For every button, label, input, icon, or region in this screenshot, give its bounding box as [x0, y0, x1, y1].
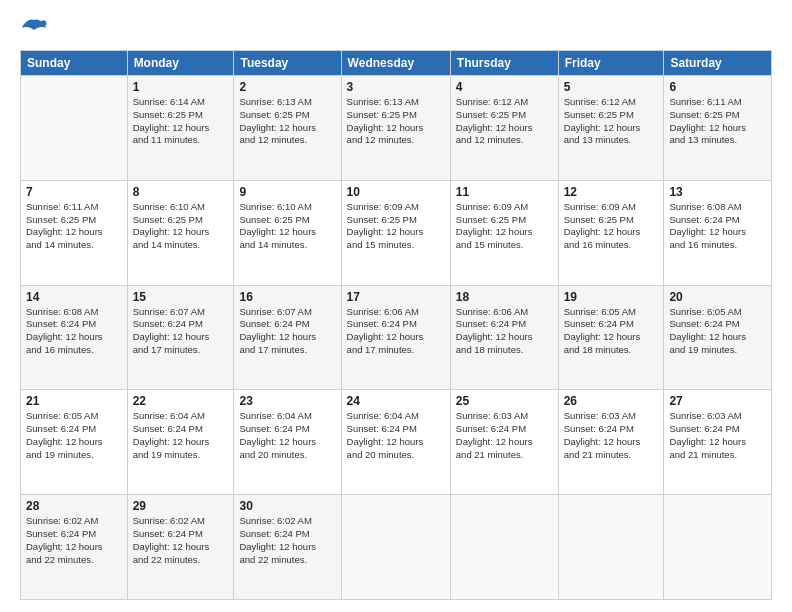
calendar-cell: [558, 495, 664, 600]
calendar-cell: 8Sunrise: 6:10 AM Sunset: 6:25 PM Daylig…: [127, 180, 234, 285]
calendar-cell: 10Sunrise: 6:09 AM Sunset: 6:25 PM Dayli…: [341, 180, 450, 285]
weekday-header-monday: Monday: [127, 51, 234, 76]
day-info: Sunrise: 6:05 AM Sunset: 6:24 PM Dayligh…: [26, 410, 122, 461]
calendar-week-4: 21Sunrise: 6:05 AM Sunset: 6:24 PM Dayli…: [21, 390, 772, 495]
day-number: 14: [26, 290, 122, 304]
day-number: 27: [669, 394, 766, 408]
calendar-cell: 7Sunrise: 6:11 AM Sunset: 6:25 PM Daylig…: [21, 180, 128, 285]
calendar-cell: 18Sunrise: 6:06 AM Sunset: 6:24 PM Dayli…: [450, 285, 558, 390]
day-number: 11: [456, 185, 553, 199]
day-number: 30: [239, 499, 335, 513]
calendar-body: 1Sunrise: 6:14 AM Sunset: 6:25 PM Daylig…: [21, 76, 772, 600]
day-info: Sunrise: 6:04 AM Sunset: 6:24 PM Dayligh…: [347, 410, 445, 461]
day-info: Sunrise: 6:06 AM Sunset: 6:24 PM Dayligh…: [347, 306, 445, 357]
day-info: Sunrise: 6:02 AM Sunset: 6:24 PM Dayligh…: [239, 515, 335, 566]
calendar-cell: 16Sunrise: 6:07 AM Sunset: 6:24 PM Dayli…: [234, 285, 341, 390]
calendar-cell: 9Sunrise: 6:10 AM Sunset: 6:25 PM Daylig…: [234, 180, 341, 285]
day-info: Sunrise: 6:11 AM Sunset: 6:25 PM Dayligh…: [669, 96, 766, 147]
calendar-cell: [664, 495, 772, 600]
weekday-header-wednesday: Wednesday: [341, 51, 450, 76]
day-info: Sunrise: 6:02 AM Sunset: 6:24 PM Dayligh…: [133, 515, 229, 566]
day-info: Sunrise: 6:03 AM Sunset: 6:24 PM Dayligh…: [669, 410, 766, 461]
day-info: Sunrise: 6:09 AM Sunset: 6:25 PM Dayligh…: [456, 201, 553, 252]
calendar-cell: 1Sunrise: 6:14 AM Sunset: 6:25 PM Daylig…: [127, 76, 234, 181]
header: [20, 16, 772, 40]
day-info: Sunrise: 6:13 AM Sunset: 6:25 PM Dayligh…: [347, 96, 445, 147]
calendar-cell: 21Sunrise: 6:05 AM Sunset: 6:24 PM Dayli…: [21, 390, 128, 495]
calendar-cell: 13Sunrise: 6:08 AM Sunset: 6:24 PM Dayli…: [664, 180, 772, 285]
day-info: Sunrise: 6:12 AM Sunset: 6:25 PM Dayligh…: [456, 96, 553, 147]
calendar-cell: 17Sunrise: 6:06 AM Sunset: 6:24 PM Dayli…: [341, 285, 450, 390]
calendar-cell: 11Sunrise: 6:09 AM Sunset: 6:25 PM Dayli…: [450, 180, 558, 285]
day-number: 10: [347, 185, 445, 199]
day-number: 25: [456, 394, 553, 408]
calendar-cell: 14Sunrise: 6:08 AM Sunset: 6:24 PM Dayli…: [21, 285, 128, 390]
day-info: Sunrise: 6:07 AM Sunset: 6:24 PM Dayligh…: [239, 306, 335, 357]
day-info: Sunrise: 6:04 AM Sunset: 6:24 PM Dayligh…: [133, 410, 229, 461]
calendar-week-5: 28Sunrise: 6:02 AM Sunset: 6:24 PM Dayli…: [21, 495, 772, 600]
weekday-header-friday: Friday: [558, 51, 664, 76]
day-number: 24: [347, 394, 445, 408]
day-info: Sunrise: 6:14 AM Sunset: 6:25 PM Dayligh…: [133, 96, 229, 147]
calendar-cell: 3Sunrise: 6:13 AM Sunset: 6:25 PM Daylig…: [341, 76, 450, 181]
day-info: Sunrise: 6:13 AM Sunset: 6:25 PM Dayligh…: [239, 96, 335, 147]
day-info: Sunrise: 6:12 AM Sunset: 6:25 PM Dayligh…: [564, 96, 659, 147]
calendar-cell: 30Sunrise: 6:02 AM Sunset: 6:24 PM Dayli…: [234, 495, 341, 600]
day-info: Sunrise: 6:02 AM Sunset: 6:24 PM Dayligh…: [26, 515, 122, 566]
calendar-cell: 5Sunrise: 6:12 AM Sunset: 6:25 PM Daylig…: [558, 76, 664, 181]
weekday-header-tuesday: Tuesday: [234, 51, 341, 76]
calendar-cell: 4Sunrise: 6:12 AM Sunset: 6:25 PM Daylig…: [450, 76, 558, 181]
day-info: Sunrise: 6:05 AM Sunset: 6:24 PM Dayligh…: [669, 306, 766, 357]
day-number: 15: [133, 290, 229, 304]
day-number: 19: [564, 290, 659, 304]
day-number: 28: [26, 499, 122, 513]
day-number: 5: [564, 80, 659, 94]
calendar-cell: 29Sunrise: 6:02 AM Sunset: 6:24 PM Dayli…: [127, 495, 234, 600]
day-number: 13: [669, 185, 766, 199]
weekday-header-sunday: Sunday: [21, 51, 128, 76]
calendar-cell: 12Sunrise: 6:09 AM Sunset: 6:25 PM Dayli…: [558, 180, 664, 285]
calendar-cell: 22Sunrise: 6:04 AM Sunset: 6:24 PM Dayli…: [127, 390, 234, 495]
day-info: Sunrise: 6:10 AM Sunset: 6:25 PM Dayligh…: [133, 201, 229, 252]
day-info: Sunrise: 6:11 AM Sunset: 6:25 PM Dayligh…: [26, 201, 122, 252]
day-number: 29: [133, 499, 229, 513]
day-number: 23: [239, 394, 335, 408]
day-number: 17: [347, 290, 445, 304]
day-number: 21: [26, 394, 122, 408]
day-info: Sunrise: 6:06 AM Sunset: 6:24 PM Dayligh…: [456, 306, 553, 357]
calendar-table: SundayMondayTuesdayWednesdayThursdayFrid…: [20, 50, 772, 600]
day-info: Sunrise: 6:09 AM Sunset: 6:25 PM Dayligh…: [347, 201, 445, 252]
day-number: 7: [26, 185, 122, 199]
day-number: 20: [669, 290, 766, 304]
day-info: Sunrise: 6:08 AM Sunset: 6:24 PM Dayligh…: [26, 306, 122, 357]
calendar-cell: 24Sunrise: 6:04 AM Sunset: 6:24 PM Dayli…: [341, 390, 450, 495]
logo: [20, 16, 52, 40]
day-number: 1: [133, 80, 229, 94]
day-info: Sunrise: 6:10 AM Sunset: 6:25 PM Dayligh…: [239, 201, 335, 252]
day-number: 9: [239, 185, 335, 199]
day-number: 8: [133, 185, 229, 199]
day-number: 12: [564, 185, 659, 199]
calendar-cell: 6Sunrise: 6:11 AM Sunset: 6:25 PM Daylig…: [664, 76, 772, 181]
day-number: 22: [133, 394, 229, 408]
calendar-week-3: 14Sunrise: 6:08 AM Sunset: 6:24 PM Dayli…: [21, 285, 772, 390]
day-info: Sunrise: 6:04 AM Sunset: 6:24 PM Dayligh…: [239, 410, 335, 461]
day-number: 3: [347, 80, 445, 94]
day-info: Sunrise: 6:03 AM Sunset: 6:24 PM Dayligh…: [456, 410, 553, 461]
weekday-header-saturday: Saturday: [664, 51, 772, 76]
calendar-cell: 23Sunrise: 6:04 AM Sunset: 6:24 PM Dayli…: [234, 390, 341, 495]
calendar-cell: 26Sunrise: 6:03 AM Sunset: 6:24 PM Dayli…: [558, 390, 664, 495]
calendar-cell: 20Sunrise: 6:05 AM Sunset: 6:24 PM Dayli…: [664, 285, 772, 390]
calendar-cell: 25Sunrise: 6:03 AM Sunset: 6:24 PM Dayli…: [450, 390, 558, 495]
day-number: 18: [456, 290, 553, 304]
calendar-cell: [21, 76, 128, 181]
day-number: 16: [239, 290, 335, 304]
logo-icon: [20, 16, 48, 40]
calendar-cell: [341, 495, 450, 600]
day-number: 4: [456, 80, 553, 94]
weekday-header-thursday: Thursday: [450, 51, 558, 76]
weekday-header-row: SundayMondayTuesdayWednesdayThursdayFrid…: [21, 51, 772, 76]
day-number: 26: [564, 394, 659, 408]
day-number: 6: [669, 80, 766, 94]
calendar-week-1: 1Sunrise: 6:14 AM Sunset: 6:25 PM Daylig…: [21, 76, 772, 181]
